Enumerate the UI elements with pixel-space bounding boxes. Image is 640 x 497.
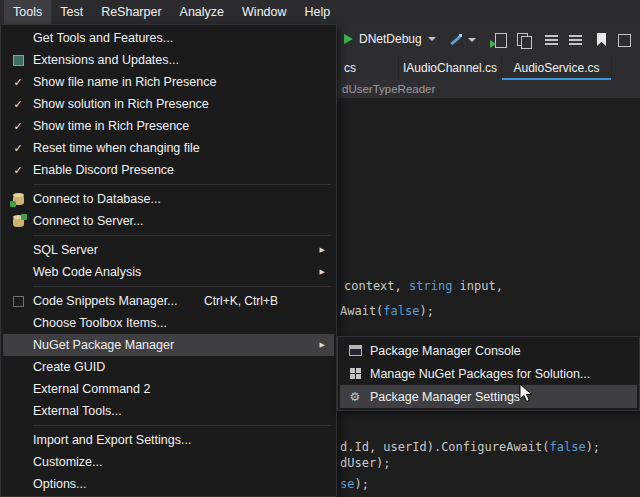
- packages-icon: [350, 368, 361, 379]
- menu-item-label: Show solution in Rich Presence: [33, 97, 312, 111]
- menu-item-shortcut: Ctrl+K, Ctrl+B: [204, 294, 312, 308]
- menu-item-options[interactable]: Options...: [3, 473, 334, 495]
- tab-strip: cs IAudioChannel.cs AudioService.cs: [337, 56, 640, 80]
- code-line: context, string input,: [344, 279, 503, 293]
- console-icon: [349, 345, 362, 356]
- menu-separator: [1, 181, 336, 188]
- menu-item-code-snippets-manager[interactable]: Code Snippets Manager... Ctrl+K, Ctrl+B: [3, 290, 334, 312]
- vs-window: Tools Test ReSharper Analyze Window Help…: [0, 0, 640, 497]
- menu-item-label: Enable Discord Presence: [33, 163, 312, 177]
- menu-item-label: Code Snippets Manager...: [33, 294, 204, 308]
- start-debugging-button[interactable]: DNetDebug: [344, 32, 436, 46]
- menubar-item-tools[interactable]: Tools: [4, 0, 51, 24]
- menu-item-show-file-name[interactable]: ✓ Show file name in Rich Presence: [3, 71, 334, 93]
- menu-item-label: Choose Toolbox Items...: [33, 316, 312, 330]
- menu-item-label: Create GUID: [33, 360, 312, 374]
- menu-item-sql-server[interactable]: SQL Server ▶: [3, 239, 334, 261]
- menu-item-import-export-settings[interactable]: Import and Export Settings...: [3, 429, 334, 451]
- check-icon: ✓: [13, 164, 22, 177]
- menu-item-label: External Tools...: [33, 404, 312, 418]
- menu-item-customize[interactable]: Customize...: [3, 451, 334, 473]
- submenu-item-label: Package Manager Settings: [370, 390, 637, 404]
- breadcrumb-text: dUserTypeReader: [342, 83, 435, 95]
- menu-item-label: NuGet Package Manager: [33, 338, 312, 352]
- menu-item-get-tools-and-features[interactable]: Get Tools and Features...: [3, 27, 334, 49]
- submenu-item-package-manager-console[interactable]: Package Manager Console: [340, 339, 637, 362]
- menu-item-label: Extensions and Updates...: [33, 53, 312, 67]
- code-editor[interactable]: context, string input, Await(false); d.I…: [337, 98, 640, 497]
- debug-config-label: DNetDebug: [359, 32, 422, 46]
- tools-menu: Get Tools and Features... Extensions and…: [0, 24, 337, 497]
- copy-document-icon[interactable]: [516, 32, 532, 48]
- menu-item-label: SQL Server: [33, 243, 312, 257]
- menu-item-enable-discord-presence[interactable]: ✓ Enable Discord Presence: [3, 159, 334, 181]
- menu-item-label: Connect to Database...: [33, 192, 312, 206]
- mouse-cursor: [519, 383, 533, 403]
- check-icon: ✓: [13, 120, 22, 133]
- navigate-to-source-icon[interactable]: [492, 32, 508, 48]
- menu-item-external-tools[interactable]: External Tools...: [3, 400, 334, 422]
- database-icon: [13, 194, 24, 205]
- snippets-icon: [13, 296, 24, 307]
- extensions-icon: [13, 55, 24, 66]
- menu-item-label: Options...: [33, 477, 312, 491]
- menu-item-connect-to-server[interactable]: Connect to Server...: [3, 210, 334, 232]
- tab-partial-file[interactable]: cs: [337, 56, 399, 80]
- menu-item-label: Show time in Rich Presence: [33, 119, 312, 133]
- check-icon: ✓: [13, 98, 22, 111]
- chevron-down-icon[interactable]: [468, 38, 476, 42]
- menubar-item-window[interactable]: Window: [233, 0, 295, 24]
- menu-bar: Tools Test ReSharper Analyze Window Help: [0, 0, 640, 24]
- menu-item-nuget-package-manager[interactable]: NuGet Package Manager ▶: [3, 334, 334, 356]
- menu-separator: [1, 422, 336, 429]
- menu-item-show-solution[interactable]: ✓ Show solution in Rich Presence: [3, 93, 334, 115]
- tab-label: IAudioChannel.cs: [403, 61, 497, 75]
- check-icon: ✓: [13, 76, 22, 89]
- submenu-item-manage-nuget-packages[interactable]: Manage NuGet Packages for Solution...: [340, 362, 637, 385]
- menu-item-label: Customize...: [33, 455, 312, 469]
- nuget-submenu: Package Manager Console Manage NuGet Pac…: [337, 336, 640, 411]
- submenu-item-label: Manage NuGet Packages for Solution...: [370, 367, 637, 381]
- submenu-item-package-manager-settings[interactable]: ⚙ Package Manager Settings: [340, 385, 637, 408]
- code-line: dUser);: [340, 456, 391, 470]
- submenu-item-label: Package Manager Console: [370, 344, 637, 358]
- tab-label: cs: [344, 61, 356, 75]
- menu-item-web-code-analysis[interactable]: Web Code Analysis ▶: [3, 261, 334, 283]
- indent-icon[interactable]: [568, 32, 584, 48]
- tab-audioservice[interactable]: AudioService.cs: [502, 56, 612, 80]
- menu-item-label: Reset time when changing file: [33, 141, 312, 155]
- code-line: d.Id, userId).ConfigureAwait(false);: [340, 440, 600, 454]
- menu-item-reset-time[interactable]: ✓ Reset time when changing file: [3, 137, 334, 159]
- menu-item-external-command-2[interactable]: External Command 2: [3, 378, 334, 400]
- comment-icon[interactable]: [616, 32, 632, 48]
- menu-item-label: Web Code Analysis: [33, 265, 312, 279]
- check-icon: ✓: [13, 142, 22, 155]
- bookmark-icon[interactable]: [594, 32, 610, 48]
- menu-item-extensions-and-updates[interactable]: Extensions and Updates...: [3, 49, 334, 71]
- menu-item-choose-toolbox-items[interactable]: Choose Toolbox Items...: [3, 312, 334, 334]
- breadcrumb[interactable]: dUserTypeReader: [337, 80, 640, 98]
- chevron-down-icon: [428, 37, 436, 41]
- menubar-item-help[interactable]: Help: [296, 0, 340, 24]
- tab-iaudiochannel[interactable]: IAudioChannel.cs: [399, 56, 502, 80]
- menu-item-label: Get Tools and Features...: [33, 31, 312, 45]
- code-line: Await(false);: [340, 304, 434, 318]
- menu-item-label: Show file name in Rich Presence: [33, 75, 312, 89]
- tab-label: AudioService.cs: [513, 61, 599, 75]
- menu-item-label: Connect to Server...: [33, 214, 312, 228]
- menu-item-label: Import and Export Settings...: [33, 433, 312, 447]
- submenu-arrow-icon: ▶: [320, 246, 325, 254]
- server-icon: [13, 216, 24, 227]
- submenu-arrow-icon: ▶: [320, 268, 325, 276]
- attach-debugger-icon[interactable]: [448, 32, 464, 48]
- menubar-item-test[interactable]: Test: [51, 0, 92, 24]
- menu-item-label: External Command 2: [33, 382, 312, 396]
- menu-item-show-time[interactable]: ✓ Show time in Rich Presence: [3, 115, 334, 137]
- outdent-icon[interactable]: [544, 32, 560, 48]
- menubar-item-resharper[interactable]: ReSharper: [92, 0, 170, 24]
- menubar-item-analyze[interactable]: Analyze: [171, 0, 233, 24]
- menu-item-connect-to-database[interactable]: Connect to Database...: [3, 188, 334, 210]
- gear-icon: ⚙: [350, 391, 361, 403]
- menu-separator: [1, 283, 336, 290]
- menu-item-create-guid[interactable]: Create GUID: [3, 356, 334, 378]
